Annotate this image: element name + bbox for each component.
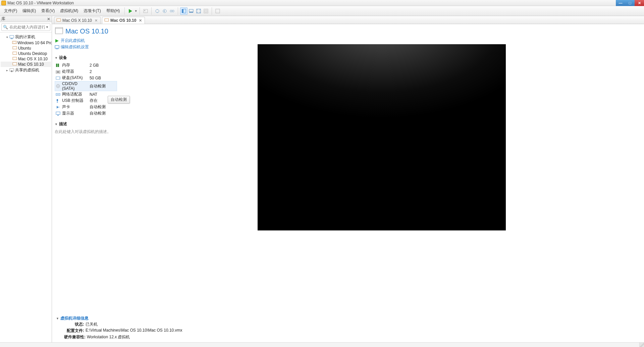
svg-rect-13 [205, 10, 207, 12]
snapshot-take-button[interactable] [154, 7, 161, 15]
description-placeholder[interactable]: 在此处键入对该虚拟机的描述。 [55, 128, 117, 135]
tree-shared-vms[interactable]: ▸ 共享的虚拟机 [1, 67, 51, 73]
menu-file[interactable]: 文件(F) [1, 7, 20, 15]
chevron-down-icon[interactable]: ▼ [46, 25, 49, 29]
vm-preview-area [119, 24, 644, 314]
unity-button[interactable] [202, 7, 210, 15]
svg-rect-26 [105, 19, 109, 21]
svg-rect-18 [13, 42, 16, 43]
tree-vm-item[interactable]: Ubuntu Desktop [1, 51, 51, 56]
computer-icon [9, 35, 14, 40]
device-value: 自动检测 [90, 104, 106, 110]
snapshot-revert-button[interactable] [161, 7, 168, 15]
device-value: 2 [90, 69, 92, 74]
details-section-header[interactable]: ▼虚拟机详细信息 [56, 316, 642, 321]
resize-handle[interactable] [639, 343, 644, 347]
svg-rect-15 [10, 35, 14, 38]
tree-vm-item[interactable]: Mac OS X 10.10 [1, 56, 51, 62]
fullscreen-button[interactable] [195, 7, 202, 15]
power-on-split-button[interactable]: ▼ [127, 7, 138, 15]
vm-icon [12, 46, 17, 51]
tab-label: Mac OS 10.10 [110, 18, 136, 23]
svg-rect-31 [56, 64, 57, 67]
close-icon[interactable]: ✕ [47, 17, 50, 21]
edit-settings-link[interactable]: 编辑虚拟机设置 [55, 44, 117, 50]
device-icon [55, 92, 61, 97]
show-library-button[interactable] [180, 7, 187, 15]
chevron-down-icon[interactable]: ▼ [134, 9, 138, 13]
device-value: 自动检测 [90, 111, 106, 116]
device-name: 显示器 [62, 111, 88, 116]
library-search: 🔍 ▼ [0, 22, 52, 32]
tree-my-computer[interactable]: ▾ 我的计算机 [1, 34, 51, 40]
snapshot-manager-button[interactable] [168, 7, 176, 15]
svg-rect-22 [13, 63, 17, 65]
close-icon[interactable]: ✕ [139, 18, 142, 23]
svg-rect-28 [55, 28, 63, 34]
vm-summary: Mac OS 10.10 开启此虚拟机 编辑虚拟机设置 ▼设备 内存2 GB处理… [52, 24, 644, 314]
device-icon [55, 84, 61, 88]
svg-rect-32 [58, 64, 59, 67]
tree-vm-item[interactable]: Ubuntu [1, 46, 51, 51]
svg-rect-34 [57, 71, 59, 73]
device-value: 自动检测 [90, 83, 106, 89]
menu-vm[interactable]: 虚拟机(M) [57, 7, 81, 15]
vm-tab[interactable]: Mac OS X 10.10 ✕ [54, 17, 101, 24]
device-name: 网络适配器 [62, 91, 88, 97]
power-on-link[interactable]: 开启此虚拟机 [55, 38, 117, 44]
console-view-button[interactable] [214, 7, 221, 15]
device-icon [55, 98, 61, 103]
vm-name: Mac OS 10.10 [65, 27, 108, 35]
device-name: 声卡 [62, 104, 88, 110]
window-maximize-button[interactable]: □ [625, 0, 635, 6]
detail-key: 硬件兼容性: [64, 334, 86, 340]
close-icon[interactable]: ✕ [95, 18, 98, 23]
tree-vm-item[interactable]: Windows 10 64 Pro [1, 40, 51, 46]
detail-key: 配置文件: [64, 328, 84, 334]
shared-icon [9, 68, 14, 73]
device-row[interactable]: 硬盘(SATA)50 GB [55, 75, 117, 81]
tree-label: 我的计算机 [15, 34, 35, 40]
menu-view[interactable]: 查看(V) [39, 7, 57, 15]
window-close-button[interactable]: ✕ [635, 0, 644, 6]
toolbar-separator [178, 7, 178, 15]
chevron-down-icon: ▼ [56, 317, 59, 320]
window-minimize-button[interactable]: — [616, 0, 625, 6]
menu-help[interactable]: 帮助(H) [104, 7, 123, 15]
tree-label: Ubuntu Desktop [18, 51, 47, 56]
detail-key: 状态: [64, 322, 84, 327]
tab-label: Mac OS X 10.10 [62, 18, 92, 23]
device-row[interactable]: 处理器2 [55, 68, 117, 75]
library-header: 库 ✕ [0, 16, 52, 22]
tree-label: Windows 10 64 Pro [17, 41, 52, 45]
devices-section-header[interactable]: ▼设备 [55, 55, 117, 61]
device-row[interactable]: 显示器自动检测 [55, 110, 117, 117]
svg-rect-16 [11, 38, 12, 39]
thumbnail-view-button[interactable] [187, 7, 195, 15]
disclosure-icon[interactable]: ▾ [5, 36, 9, 39]
device-row[interactable]: 内存2 GB [55, 62, 117, 68]
tooltip: 自动检测 [108, 96, 130, 103]
tree-vm-item[interactable]: Mac OS 10.10 [1, 62, 51, 67]
vm-tab[interactable]: Mac OS 10.10 ✕ [102, 17, 145, 24]
device-value: 存在 [90, 98, 98, 103]
send-ctrl-alt-del-button[interactable] [142, 7, 149, 15]
toolbar-separator [151, 7, 152, 15]
search-icon: 🔍 [3, 25, 8, 29]
vm-display[interactable] [258, 44, 506, 230]
vm-title-row: Mac OS 10.10 [55, 27, 117, 36]
link-label: 编辑虚拟机设置 [61, 44, 89, 50]
svg-rect-9 [189, 9, 193, 12]
description-section-header[interactable]: ▼描述 [55, 121, 117, 127]
disclosure-icon[interactable]: ▸ [5, 69, 9, 72]
search-input[interactable] [9, 25, 45, 29]
detail-row-state: 状态:已关机 [56, 321, 642, 328]
device-row[interactable]: CD/DVD (SATA)自动检测 [55, 81, 117, 91]
menu-tabs[interactable]: 选项卡(T) [81, 7, 103, 15]
section-title: 设备 [59, 55, 67, 61]
detail-value: 已关机 [86, 322, 98, 327]
tree-label: 共享的虚拟机 [15, 67, 39, 73]
menu-edit[interactable]: 编辑(E) [20, 7, 39, 15]
device-row[interactable]: 声卡自动检测 [55, 104, 117, 110]
svg-rect-40 [57, 99, 58, 101]
